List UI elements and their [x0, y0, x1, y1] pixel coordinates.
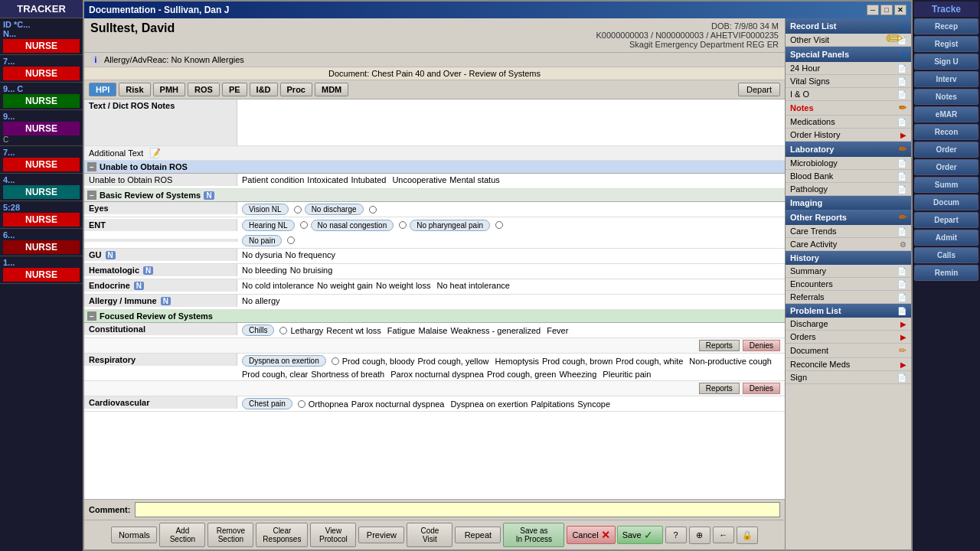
nurse-label-1[interactable]: NURSE [3, 39, 80, 53]
view-protocol-button[interactable]: View Protocol [310, 523, 356, 547]
nurse-label-4[interactable]: NURSE [3, 122, 80, 135]
info-button[interactable]: ⊕ [689, 527, 710, 544]
cancel-button[interactable]: Cancel ✕ [567, 526, 615, 544]
nurse-label-2[interactable]: NURSE [3, 67, 80, 80]
tab-pe[interactable]: PE [222, 83, 247, 96]
tab-proc[interactable]: Proc [280, 83, 312, 96]
save-as-process-button[interactable]: Save as In Process [503, 523, 564, 547]
vision-nl-radio[interactable] [294, 206, 302, 214]
tab-pmh[interactable]: PMH [153, 83, 185, 96]
vital-signs-item[interactable]: Vital Signs 📄 [786, 75, 911, 88]
remove-section-button[interactable]: Remove Section [207, 523, 253, 547]
rs-btn-signu[interactable]: Sign U [914, 54, 978, 70]
care-trends-item[interactable]: Care Trends 📄 [786, 225, 911, 238]
no-pharyngeal-radio[interactable] [495, 221, 503, 229]
no-pain-btn[interactable]: No pain [242, 235, 282, 246]
normals-button[interactable]: Normals [111, 527, 157, 543]
rs-btn-remin[interactable]: Remin [914, 265, 978, 281]
care-activity-item[interactable]: Care Activity ⚙ [786, 238, 911, 251]
nurse-label-9[interactable]: NURSE [3, 268, 80, 282]
nurse-block-6[interactable]: 4... NURSE [0, 174, 83, 201]
tab-ros[interactable]: ROS [188, 83, 220, 96]
no-nasal-radio[interactable] [399, 221, 407, 229]
unable-toggle[interactable]: − [87, 162, 96, 171]
hearing-nl-btn[interactable]: Hearing NL [242, 220, 295, 231]
24hour-item[interactable]: 24 Hour 📄 [786, 62, 911, 75]
tab-hpi[interactable]: HPI [89, 83, 116, 96]
chest-pain-btn[interactable]: Chest pain [242, 398, 292, 409]
nurse-block-1[interactable]: ID *C... N... NURSE [0, 18, 83, 55]
nurse-label-3[interactable]: NURSE [3, 94, 80, 108]
sign-item[interactable]: Sign 📄 [786, 371, 911, 384]
discharge-item[interactable]: Discharge ▶ [786, 318, 911, 331]
rs-btn-interv[interactable]: Interv [914, 71, 978, 87]
medications-item[interactable]: Medications 📄 [786, 116, 911, 129]
clear-responses-button[interactable]: Clear Responses [256, 523, 308, 547]
other-reports-header[interactable]: Other Reports ✏ [786, 210, 911, 225]
focused-toggle[interactable]: − [87, 311, 96, 321]
document-item[interactable]: Document ✏ [786, 344, 911, 358]
problem-list-header[interactable]: Problem List 📄 [786, 304, 911, 318]
lock-button[interactable]: 🔒 [737, 527, 758, 544]
orders-item[interactable]: Orders ▶ [786, 331, 911, 344]
rs-btn-notes[interactable]: Notes [914, 89, 978, 105]
additional-text-icon[interactable]: 📝 [149, 148, 161, 158]
nurse-block-2[interactable]: 7... NURSE [0, 55, 83, 83]
referrals-item[interactable]: Referrals 📄 [786, 291, 911, 304]
no-nasal-btn[interactable]: No nasal congestion [311, 220, 394, 231]
close-button[interactable]: ✕ [894, 5, 906, 15]
maximize-button[interactable]: □ [880, 5, 893, 15]
chest-pain-radio[interactable] [298, 400, 305, 408]
tab-risk[interactable]: Risk [119, 83, 150, 96]
tab-mdm[interactable]: MDM [315, 83, 348, 96]
laboratory-header[interactable]: Laboratory ✏ [786, 142, 911, 157]
imaging-header[interactable]: Imaging [786, 196, 911, 210]
preview-button[interactable]: Preview [358, 527, 404, 543]
encounters-item[interactable]: Encounters 📄 [786, 278, 911, 291]
hearing-nl-radio[interactable] [300, 221, 308, 229]
chills-radio[interactable] [279, 327, 287, 334]
rs-btn-order1[interactable]: Order [914, 142, 978, 158]
no-discharge-radio[interactable] [369, 206, 377, 214]
io-item[interactable]: I & O 📄 [786, 88, 911, 101]
minimize-button[interactable]: ─ [867, 5, 879, 15]
rs-btn-calls[interactable]: Calls [914, 247, 978, 263]
no-pain-radio[interactable] [287, 236, 295, 244]
nurse-block-3[interactable]: 9... C NURSE [0, 83, 83, 110]
comment-input[interactable] [135, 502, 780, 517]
nurse-block-9[interactable]: 1... NURSE [0, 256, 83, 284]
no-pharyngeal-btn[interactable]: No pharyngeal pain [410, 220, 490, 231]
nurse-label-5[interactable]: NURSE [3, 158, 80, 171]
rs-btn-regist[interactable]: Regist [914, 36, 978, 52]
code-visit-button[interactable]: Code Visit [407, 523, 452, 547]
add-section-button[interactable]: Add Section [159, 523, 205, 547]
respiratory-denies-btn[interactable]: Denies [743, 383, 780, 394]
nurse-label-6[interactable]: NURSE [3, 185, 80, 199]
rs-btn-summ[interactable]: Summ [914, 177, 978, 193]
order-history-item[interactable]: Order History ▶ [786, 129, 911, 142]
vision-nl-btn[interactable]: Vision NL [242, 204, 289, 215]
nurse-block-8[interactable]: 6... NURSE [0, 229, 83, 256]
rs-btn-recon[interactable]: Recon [914, 124, 978, 140]
rs-btn-depart[interactable]: Depart [914, 212, 978, 228]
text-dict-content[interactable] [237, 99, 785, 145]
nurse-block-7[interactable]: 5:28 NURSE [0, 201, 83, 229]
summary-item[interactable]: Summary 📄 [786, 265, 911, 278]
save-button[interactable]: Save ✓ [617, 526, 663, 544]
blood-bank-item[interactable]: Blood Bank 📄 [786, 170, 911, 183]
rs-btn-recep[interactable]: Recep [914, 18, 978, 34]
help-button[interactable]: ? [665, 527, 687, 543]
pathology-item[interactable]: Pathology 📄 [786, 183, 911, 196]
basic-toggle[interactable]: − [87, 191, 96, 200]
rs-btn-docum[interactable]: Docum [914, 194, 978, 210]
dyspnea-btn[interactable]: Dyspnea on exertion [242, 355, 326, 367]
rs-btn-emar[interactable]: eMAR [914, 106, 978, 122]
repeat-button[interactable]: Repeat [455, 527, 501, 543]
nurse-block-4[interactable]: 9... NURSE C [0, 110, 83, 146]
microbiology-item[interactable]: Microbiology 📄 [786, 157, 911, 170]
rs-btn-admit[interactable]: Admit [914, 230, 978, 246]
constitutional-reports-btn[interactable]: Reports [699, 340, 740, 351]
tab-iand[interactable]: I&D [250, 83, 278, 96]
nurse-label-7[interactable]: NURSE [3, 213, 80, 227]
notes-item[interactable]: Notes ✏ [786, 101, 911, 116]
